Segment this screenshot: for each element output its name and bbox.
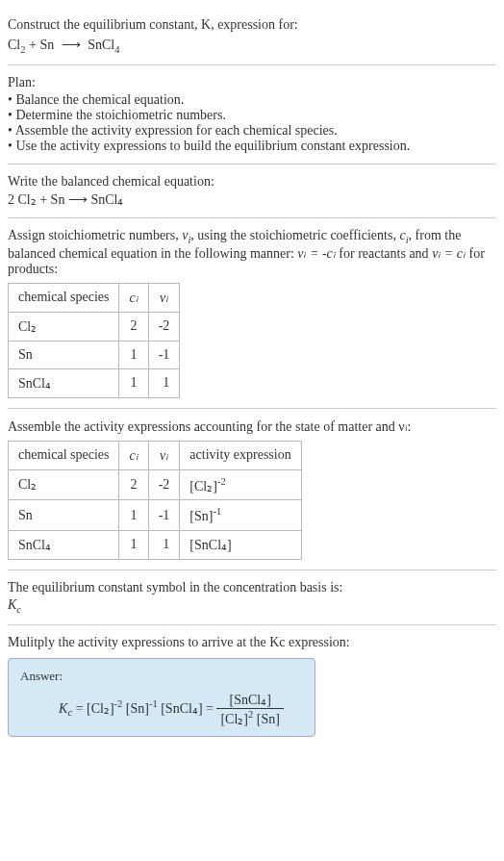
cell-ae: [Sn]-1 — [180, 500, 301, 531]
symbol-section: The equilibrium constant symbol in the c… — [8, 570, 496, 625]
table-row: Cl₂ 2 -2 — [9, 312, 180, 341]
balanced-section: Write the balanced chemical equation: 2 … — [8, 165, 496, 218]
intro-text: Construct the equilibrium constant, K, e… — [8, 17, 496, 33]
plan-bullet-3: • Assemble the activity expression for e… — [8, 123, 496, 139]
symbol-title: The equilibrium constant symbol in the c… — [8, 580, 496, 595]
cell-v: -1 — [148, 341, 180, 368]
plan-section: Plan: • Balance the chemical equation. •… — [8, 65, 496, 165]
multiply-title: Mulitply the activity expressions to arr… — [8, 635, 496, 650]
cell-v: 1 — [148, 530, 180, 559]
assign-rel1: νᵢ = -cᵢ — [297, 246, 336, 261]
table-row: SnCl₄ 1 1 [SnCl₄] — [9, 530, 302, 559]
ans-den-a: [Cl₂] — [220, 711, 248, 725]
assign-th-species: chemical species — [9, 283, 119, 312]
kc-sub: c — [16, 604, 21, 615]
cell-c: 1 — [119, 341, 148, 368]
table-row: Sn 1 -1 — [9, 341, 180, 368]
cell-ae: [Cl₂]-2 — [180, 469, 301, 500]
assemble-section: Assemble the activity expressions accoun… — [8, 409, 496, 570]
cell-species: Sn — [9, 500, 119, 531]
cell-v: -2 — [148, 469, 180, 500]
table-row: Cl₂ 2 -2 [Cl₂]-2 — [9, 469, 302, 500]
cell-species: Cl₂ — [9, 469, 119, 500]
symbol-kc: Kc — [8, 597, 496, 615]
cell-species: Cl₂ — [9, 312, 119, 341]
plan-bullet-2: • Determine the stoichiometric numbers. — [8, 108, 496, 123]
cell-species: SnCl₄ — [9, 530, 119, 559]
ae-base: [SnCl₄] — [189, 538, 231, 552]
eq-plus: + Sn — [25, 38, 57, 52]
table-row: Sn 1 -1 [Sn]-1 — [9, 500, 302, 531]
assemble-th-ae: activity expression — [180, 441, 301, 469]
assign-th-v: νᵢ — [148, 283, 180, 312]
assign-section: Assign stoichiometric numbers, νi, using… — [8, 218, 496, 409]
assign-t1: Assign stoichiometric numbers, — [8, 228, 182, 242]
ae-base: [Cl₂] — [189, 478, 217, 493]
assign-table: chemical species cᵢ νᵢ Cl₂ 2 -2 Sn 1 -1 … — [8, 283, 180, 398]
ans-mid1: [Sn] — [122, 700, 149, 715]
kc-k: K — [8, 597, 16, 612]
eq-sub2: 4 — [114, 44, 119, 55]
plan-title: Plan: — [8, 75, 496, 90]
ae-exp: -2 — [217, 476, 226, 487]
arrow-icon: ⟶ — [62, 37, 81, 53]
cell-ae: [SnCl₄] — [180, 530, 301, 559]
assemble-table: chemical species cᵢ νᵢ activity expressi… — [8, 441, 302, 560]
answer-equation: Kc = [Cl₂]-2 [Sn]-1 [SnCl₄] = [SnCl₄][Cl… — [39, 692, 303, 727]
cell-c: 1 — [119, 368, 148, 397]
assign-t4: for reactants and — [336, 246, 432, 261]
ans-fraction: [SnCl₄][Cl₂]2 [Sn] — [216, 692, 283, 727]
intro-line1: Construct the equilibrium constant, K, e… — [8, 17, 298, 32]
assemble-th-c: cᵢ — [119, 441, 148, 469]
assign-text: Assign stoichiometric numbers, νi, using… — [8, 228, 496, 277]
ae-base: [Sn] — [189, 509, 213, 523]
ans-den-b: [Sn] — [253, 711, 280, 725]
cell-c: 1 — [119, 530, 148, 559]
answer-box: Answer: Kc = [Cl₂]-2 [Sn]-1 [SnCl₄] = [S… — [8, 658, 315, 738]
table-row: SnCl₄ 1 1 — [9, 368, 180, 397]
intro-section: Construct the equilibrium constant, K, e… — [8, 8, 496, 65]
ans-den: [Cl₂]2 [Sn] — [216, 709, 283, 727]
eq-rhs: SnCl — [85, 38, 115, 52]
cell-c: 2 — [119, 469, 148, 500]
balanced-equation: 2 Cl₂ + Sn ⟶ SnCl₄ — [8, 191, 496, 208]
eq-cl: Cl — [8, 38, 20, 52]
ans-num: [SnCl₄] — [216, 692, 283, 709]
assign-rel2: νᵢ = cᵢ — [432, 246, 466, 261]
cell-c: 2 — [119, 312, 148, 341]
answer-label: Answer: — [20, 669, 303, 684]
multiply-section: Mulitply the activity expressions to arr… — [8, 625, 496, 747]
intro-equation: Cl2 + Sn ⟶ SnCl4 — [8, 37, 496, 55]
cell-v: -2 — [148, 312, 180, 341]
cell-v: -1 — [148, 500, 180, 531]
cell-species: SnCl₄ — [9, 368, 119, 397]
ans-exp2: -1 — [149, 698, 158, 709]
cell-c: 1 — [119, 500, 148, 531]
plan-bullet-1: • Balance the chemical equation. — [8, 92, 496, 108]
assign-th-c: cᵢ — [119, 283, 148, 312]
assign-t2: , using the stoichiometric coefficients, — [190, 228, 399, 242]
cell-v: 1 — [148, 368, 180, 397]
cell-species: Sn — [9, 341, 119, 368]
ans-mid2: [SnCl₄] = — [158, 700, 217, 715]
balanced-title: Write the balanced chemical equation: — [8, 174, 496, 190]
assemble-th-species: chemical species — [9, 441, 119, 469]
ae-exp: -1 — [213, 506, 221, 517]
plan-bullet-4: • Use the activity expressions to build … — [8, 139, 496, 154]
assemble-th-v: νᵢ — [148, 441, 180, 469]
assemble-title: Assemble the activity expressions accoun… — [8, 418, 496, 435]
ans-eq: = [Cl₂] — [72, 700, 113, 715]
